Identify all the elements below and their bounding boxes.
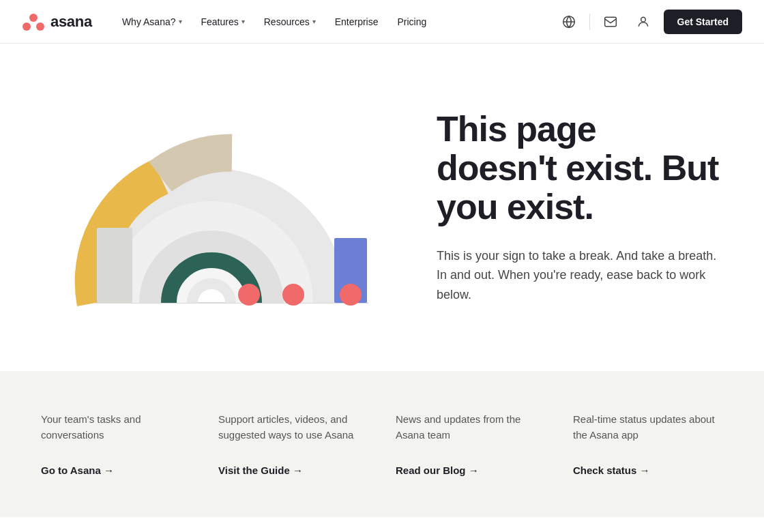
logo-icon [22,12,45,31]
main-section: This page doesn't exist. But you exist. … [0,44,764,371]
footer-link-blog[interactable]: Read our Blog → [396,464,546,476]
error-text-area: This page doesn't exist. But you exist. … [396,110,723,305]
user-icon [636,15,650,29]
footer-link-asana[interactable]: Go to Asana → [41,464,191,476]
mail-icon [604,15,617,29]
svg-point-0 [29,14,38,22]
footer-card-guide: Support articles, videos, and suggested … [218,412,368,476]
svg-rect-7 [97,228,132,303]
footer-link-guide[interactable]: Visit the Guide → [218,464,368,476]
footer-link-status[interactable]: Check status → [573,464,723,476]
404-illustration-svg [41,78,382,330]
header: asana Why Asana? ▾ Features ▾ Resources … [0,0,764,44]
svg-point-11 [340,284,362,306]
nav-item-enterprise[interactable]: Enterprise [327,11,387,33]
error-subtext: This is your sign to take a break. And t… [437,246,723,305]
header-actions: Get Started [557,10,742,34]
footer-card-blog: News and updates from the Asana team Rea… [396,412,546,476]
svg-point-2 [36,23,44,31]
footer-card-guide-desc: Support articles, videos, and suggested … [218,412,368,443]
user-button[interactable] [631,10,656,34]
chevron-down-icon: ▾ [312,18,316,25]
chevron-down-icon: ▾ [241,18,245,25]
nav-item-pricing[interactable]: Pricing [389,11,435,33]
nav-item-features[interactable]: Features ▾ [193,11,253,33]
error-headline: This page doesn't exist. But you exist. [437,110,723,227]
nav-item-resources[interactable]: Resources ▾ [256,11,324,33]
footer-card-status-desc: Real-time status updates about the Asana… [573,412,723,443]
footer-card-blog-desc: News and updates from the Asana team [396,412,546,443]
nav-divider [589,14,590,30]
chevron-down-icon: ▾ [179,18,182,25]
svg-point-9 [238,284,260,306]
main-nav: Why Asana? ▾ Features ▾ Resources ▾ Ente… [114,11,557,33]
svg-point-5 [641,17,645,22]
nav-item-why-asana[interactable]: Why Asana? ▾ [114,11,190,33]
footer-card-asana-desc: Your team's tasks and conversations [41,412,191,443]
logo[interactable]: asana [22,12,92,31]
footer-grid: Your team's tasks and conversations Go t… [41,412,723,476]
get-started-button[interactable]: Get Started [664,10,742,34]
logo-wordmark: asana [50,13,92,31]
footer-card-asana: Your team's tasks and conversations Go t… [41,412,191,476]
svg-rect-4 [604,17,616,26]
asana-logo-svg [22,12,45,31]
globe-icon [562,15,576,29]
footer: Your team's tasks and conversations Go t… [0,371,764,517]
globe-button[interactable] [557,10,581,34]
svg-point-10 [282,284,304,306]
mail-button[interactable] [598,10,623,34]
svg-point-1 [23,23,31,31]
footer-card-status: Real-time status updates about the Asana… [573,412,723,476]
illustration [41,78,396,337]
